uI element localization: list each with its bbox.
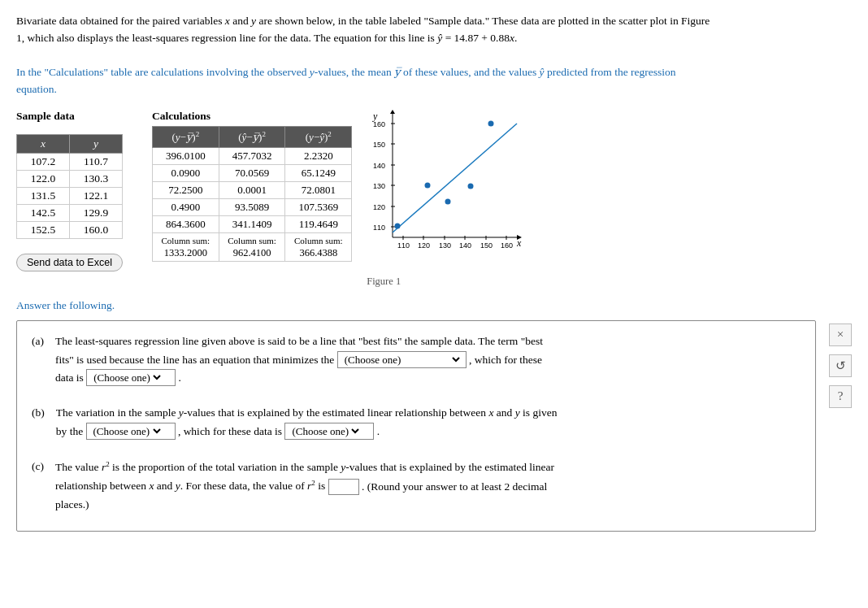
part-c-content: The value r2 is the proportion of the to… [55, 458, 801, 515]
calculations-section: Calculations (y−y̅)2 (ŷ−y̅)2 (y−ŷ)2 396.… [152, 110, 352, 288]
table-row: 142.5129.9 [17, 204, 123, 221]
answer-section: Answer the following. (a) The least-squa… [16, 299, 852, 532]
part-a-content: The least-squares regression line given … [55, 332, 801, 389]
part-b: (b) The variation in the sample y-values… [32, 404, 801, 441]
part-a-select1[interactable]: (Choose one) sum of squared residuals su… [341, 353, 462, 367]
table-row: 122.0130.3 [17, 170, 123, 187]
svg-point-35 [488, 120, 494, 126]
part-b-dropdown2[interactable]: (Choose one) 1333.2000 962.4100 366.4388 [284, 423, 374, 440]
help-button[interactable]: ? [829, 385, 852, 408]
part-a-text3: , which for these [469, 354, 542, 366]
sample-data-table: x y 107.2110.7122.0130.3131.5122.1142.51… [16, 134, 123, 239]
intro-paragraph: Bivariate data obtained for the paired v… [16, 13, 852, 98]
table-row: 0.490093.5089107.5369 [152, 198, 351, 215]
scatter-plot: y x 110 120 130 [367, 110, 525, 272]
part-a: (a) The least-squares regression line gi… [32, 332, 801, 389]
svg-text:130: 130 [439, 241, 451, 250]
part-a-select2[interactable]: (Choose one) 1333.2000 962.4100 366.4388 [90, 371, 163, 384]
part-a-period: . [179, 371, 181, 384]
svg-text:120: 120 [373, 203, 385, 211]
calculations-table: (y−y̅)2 (ŷ−y̅)2 (y−ŷ)2 396.0100457.70322… [152, 126, 352, 262]
table-row: 72.25000.000172.0801 [152, 181, 351, 198]
part-b-select2[interactable]: (Choose one) 1333.2000 962.4100 366.4388 [289, 424, 362, 438]
bottom-row: (a) The least-squares regression line gi… [16, 320, 852, 532]
svg-point-32 [425, 182, 431, 188]
table-row: 0.090070.056965.1249 [152, 164, 351, 181]
svg-text:140: 140 [373, 162, 385, 170]
table-row: 864.3600341.1409119.4649 [152, 215, 351, 232]
part-a-text4: data is [55, 371, 86, 384]
part-b-period: . [377, 425, 380, 437]
svg-text:120: 120 [418, 241, 430, 250]
part-c-text4: places.) [55, 498, 89, 510]
sample-col-x: x [17, 134, 70, 153]
part-a-dropdown2[interactable]: (Choose one) 1333.2000 962.4100 366.4388 [86, 369, 176, 386]
svg-line-30 [393, 124, 517, 232]
table-row: 107.2110.7 [17, 153, 123, 170]
part-a-label: (a) [32, 332, 44, 351]
part-c: (c) The value r2 is the proportion of th… [32, 458, 801, 515]
table-row: 152.5160.0 [17, 221, 123, 238]
part-a-text2: fits" is used because the line has an eq… [55, 354, 337, 366]
refresh-button[interactable]: ↺ [829, 354, 852, 377]
part-c-input[interactable] [328, 479, 359, 495]
send-to-excel-button[interactable]: Send data to Excel [16, 254, 123, 271]
part-b-content: The variation in the sample y-values tha… [56, 404, 801, 441]
part-b-select1[interactable]: (Choose one) 1333.2000 962.4100 366.4388 [90, 424, 163, 438]
calc-col-2: (ŷ−y̅)2 [219, 126, 285, 147]
calculations-label: Calculations [152, 110, 352, 123]
table-row: 396.0100457.70322.2320 [152, 147, 351, 164]
part-b-text2: by the [56, 425, 86, 437]
part-b-text1: The variation in the sample y-values tha… [56, 406, 558, 419]
col-sum-label-row: Column sum:1333.2000Column sum:962.4100C… [152, 232, 351, 261]
svg-text:150: 150 [373, 141, 385, 149]
part-c-text1: The value r2 is the proportion of the to… [55, 461, 554, 473]
calc-col-1: (y−y̅)2 [152, 126, 219, 147]
part-b-label: (b) [32, 404, 45, 423]
answer-box: (a) The least-squares regression line gi… [16, 320, 816, 532]
part-b-text3: , which for these data is [178, 425, 285, 437]
side-icons: × ↺ ? [829, 324, 852, 408]
figure-label: Figure 1 [367, 276, 401, 288]
close-button[interactable]: × [829, 324, 852, 346]
figure-section: y x 110 120 130 [367, 110, 525, 288]
calc-col-3: (y−ŷ)2 [285, 126, 352, 147]
part-a-text1: The least-squares regression line given … [55, 335, 543, 347]
svg-text:110: 110 [397, 241, 410, 250]
sample-data-section: Sample data x y 107.2110.7122.0130.3131.… [16, 110, 123, 288]
answer-header: Answer the following. [16, 299, 852, 312]
svg-point-34 [468, 183, 474, 189]
svg-text:160: 160 [501, 241, 513, 250]
svg-point-33 [445, 198, 451, 204]
svg-text:150: 150 [480, 241, 493, 250]
main-content: Sample data x y 107.2110.7122.0130.3131.… [16, 110, 852, 288]
svg-text:140: 140 [459, 241, 471, 250]
part-b-dropdown1[interactable]: (Choose one) 1333.2000 962.4100 366.4388 [86, 423, 176, 440]
sample-data-label: Sample data [16, 110, 123, 123]
svg-marker-5 [390, 110, 395, 114]
part-c-label: (c) [32, 458, 44, 476]
table-row: 131.5122.1 [17, 187, 123, 204]
svg-point-31 [395, 223, 401, 228]
part-c-text3: . (Round your answer to at least 2 decim… [362, 480, 547, 492]
svg-text:110: 110 [373, 224, 385, 232]
svg-text:160: 160 [373, 120, 385, 128]
part-a-dropdown1[interactable]: (Choose one) sum of squared residuals su… [337, 351, 467, 368]
part-c-text2: relationship between x and y. For these … [55, 480, 328, 492]
svg-text:130: 130 [373, 182, 385, 190]
sample-col-y: y [69, 134, 122, 153]
